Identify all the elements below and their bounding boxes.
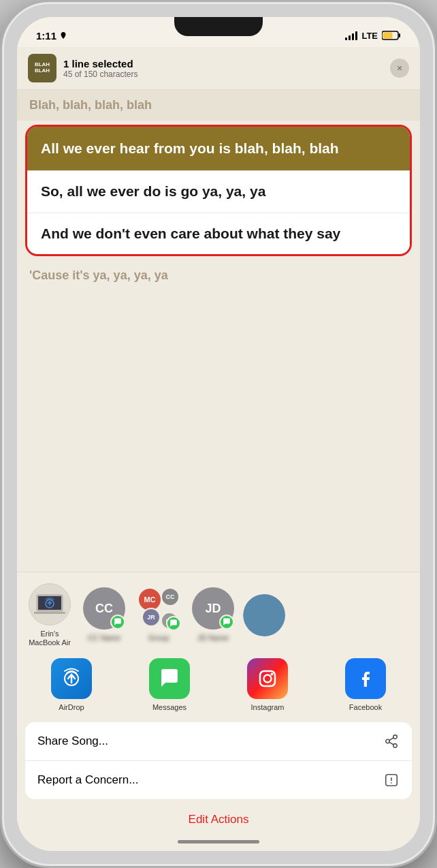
airdrop-app-item[interactable]: AirDrop (25, 658, 118, 711)
messages-icon (149, 658, 190, 699)
airdrop-label: AirDrop (59, 703, 84, 711)
airdrop-svg (59, 666, 84, 691)
person-jd-wrap: JD (192, 587, 234, 630)
messages-label: Messages (152, 703, 187, 711)
signal-bar-4 (355, 31, 357, 40)
person-jd-item[interactable]: JD JD Name (189, 587, 238, 642)
svg-rect-1 (399, 33, 400, 37)
svg-point-9 (264, 675, 272, 683)
report-concern-icon (383, 772, 400, 788)
exclamation-icon-svg (384, 773, 399, 788)
person-cc-wrap: CC (83, 587, 125, 630)
signal-bars (345, 31, 357, 40)
messages-badge-icon-mc (169, 619, 178, 627)
facebook-app-item[interactable]: Facebook (319, 658, 412, 711)
person-cc-item[interactable]: CC CC Name (80, 587, 129, 642)
status-time: 1:11 (36, 30, 67, 42)
lyric-text-2: So, all we ever do is go ya, ya, ya (41, 182, 396, 201)
facebook-icon (345, 658, 386, 699)
notification-info: 1 line selected 45 of 150 characters (63, 58, 383, 79)
content-area: BLAHBLAH 1 line selected 45 of 150 chara… (17, 47, 420, 851)
instagram-app-item[interactable]: Instagram (221, 658, 314, 711)
multi-av3: JR (142, 608, 161, 627)
signal-bar-2 (349, 35, 351, 40)
lyric-text-3: And we don't even care about what they s… (41, 224, 396, 243)
notification-subtitle: 45 of 150 characters (63, 69, 383, 79)
apps-row: AirDrop Messages (17, 653, 420, 717)
selected-lyrics-block: All we ever hear from you is blah, blah,… (25, 125, 412, 256)
phone-screen: 1:11 LTE (17, 17, 420, 851)
lyrics-fade-bottom: 'Cause it's ya, ya, ya, ya (17, 260, 420, 291)
messages-badge-icon-cc (114, 618, 122, 626)
report-concern-label: Report a Concern... (37, 773, 138, 787)
home-bar (178, 840, 259, 843)
messages-badge-jd (219, 615, 234, 630)
action-list: Share Song... Report a Concern... (25, 722, 412, 799)
edit-actions-label: Edit Actions (189, 813, 249, 826)
person-mc-wrap: MC CC JR LR (137, 587, 180, 630)
messages-svg (159, 668, 180, 689)
time-display: 1:11 (36, 30, 56, 42)
home-indicator (17, 832, 420, 851)
multi-av2: CC (161, 587, 180, 606)
mc-name: Group (148, 634, 169, 642)
lyric-text-1: All we ever hear from you is blah, blah,… (41, 139, 396, 158)
partial-avatar (243, 594, 285, 636)
macbook-svg (34, 593, 65, 615)
app-icon-small: BLAHBLAH (28, 54, 56, 82)
faded-top-lyric: Blah, blah, blah, blah (29, 98, 152, 112)
signal-bar-3 (352, 33, 354, 40)
share-icon-svg (384, 734, 399, 749)
close-button[interactable]: × (390, 59, 409, 78)
share-sheet: Erin'sMacBook Air CC CC Name (17, 572, 420, 851)
lte-label: LTE (361, 31, 378, 41)
instagram-label: Instagram (251, 703, 285, 711)
status-icons: LTE (345, 31, 401, 41)
report-concern-action[interactable]: Report a Concern... (25, 761, 412, 799)
facebook-label: Facebook (349, 703, 382, 711)
faded-bottom-lyric: 'Cause it's ya, ya, ya, ya (29, 268, 168, 282)
instagram-icon (247, 658, 288, 699)
lyric-line-3[interactable]: And we don't even care about what they s… (27, 213, 410, 254)
person-mc-item[interactable]: MC CC JR LR Group (134, 587, 183, 642)
messages-badge-icon-jd (223, 618, 231, 626)
svg-rect-5 (34, 612, 65, 614)
macbook-avatar-wrap (29, 583, 71, 625)
jd-name: JD Name (197, 634, 229, 642)
svg-rect-2 (383, 33, 393, 39)
facebook-svg (355, 668, 376, 689)
instagram-svg (257, 668, 278, 689)
messages-badge-cc (110, 615, 125, 630)
lyrics-container: Blah, blah, blah, blah All we ever hear … (17, 90, 420, 572)
macbook-name: Erin'sMacBook Air (29, 630, 71, 647)
battery-icon (382, 31, 401, 40)
people-row: Erin'sMacBook Air CC CC Name (17, 572, 420, 653)
cc-name: CC Name (88, 634, 120, 642)
partial-avatar-inner (243, 594, 285, 636)
share-song-action[interactable]: Share Song... (25, 722, 412, 761)
share-song-icon (383, 733, 400, 749)
phone-frame: 1:11 LTE (0, 0, 437, 868)
signal-bar-1 (345, 37, 347, 40)
airdrop-macbook-item[interactable]: Erin'sMacBook Air (25, 583, 74, 647)
notification-title: 1 line selected (63, 58, 383, 69)
lyrics-fade-top: Blah, blah, blah, blah (17, 90, 420, 121)
edit-actions[interactable]: Edit Actions (17, 805, 420, 832)
share-song-label: Share Song... (37, 734, 108, 748)
app-icon-text: BLAHBLAH (35, 62, 50, 74)
notification-header: BLAHBLAH 1 line selected 45 of 150 chara… (17, 47, 420, 90)
macbook-avatar (29, 583, 71, 625)
location-icon (59, 31, 67, 40)
svg-point-13 (391, 783, 392, 784)
messages-app-item[interactable]: Messages (123, 658, 216, 711)
lyric-line-1[interactable]: All we ever hear from you is blah, blah,… (27, 127, 410, 170)
svg-point-10 (271, 673, 274, 676)
lyric-line-2[interactable]: So, all we ever do is go ya, ya, ya (27, 170, 410, 212)
notch (174, 17, 263, 36)
airdrop-icon (51, 658, 92, 699)
